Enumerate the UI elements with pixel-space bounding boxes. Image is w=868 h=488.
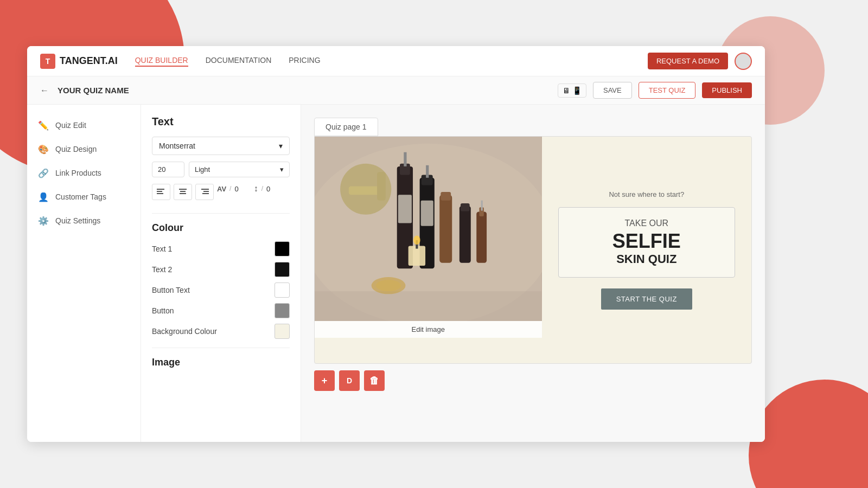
quiz-design-icon: 🎨: [38, 144, 49, 155]
logo-icon: T: [40, 54, 55, 69]
svg-rect-13: [377, 172, 386, 200]
text-section-title: Text: [152, 115, 290, 128]
save-button[interactable]: SAVE: [593, 82, 632, 99]
font-family-select[interactable]: Montserrat ▾: [152, 137, 290, 155]
colour-swatch-text2[interactable]: [275, 262, 290, 277]
publish-button[interactable]: PUBLISH: [702, 82, 752, 98]
sidebar-label-quiz-design: Quiz Design: [55, 145, 97, 153]
main-content: ✏️ Quiz Edit 🎨 Quiz Design 🔗 Link Produc…: [27, 105, 765, 442]
colour-swatch-button[interactable]: [275, 303, 290, 318]
delete-page-button[interactable]: 🗑: [364, 370, 385, 391]
sidebar-label-link-products: Link Products: [55, 169, 101, 177]
colour-label-button: Button: [152, 306, 174, 315]
nav-right: REQUEST A DEMO: [648, 53, 752, 70]
quiz-canvas: Edit image Not sure where to start? TAKE…: [314, 136, 752, 364]
nav-documentation[interactable]: DOCUMENTATION: [206, 56, 272, 67]
svg-rect-3: [179, 189, 187, 190]
line-height-slash: /: [261, 185, 263, 192]
font-size-value: 20: [158, 165, 165, 174]
font-size-input[interactable]: 20: [152, 162, 184, 177]
line-height-control[interactable]: ↕ / 0: [254, 184, 271, 194]
colour-row-bg: Background Colour: [152, 324, 290, 339]
colour-label-button-text: Button Text: [152, 286, 190, 294]
sidebar-item-quiz-settings[interactable]: ⚙️ Quiz Settings: [27, 209, 141, 233]
preview-area: Quiz page 1: [301, 105, 765, 442]
svg-rect-6: [201, 189, 209, 190]
duplicate-icon: D: [347, 376, 352, 385]
sidebar-item-customer-tags[interactable]: 👤 Customer Tags: [27, 185, 141, 209]
duplicate-page-button[interactable]: D: [339, 370, 360, 391]
top-nav: T TANGENT.AI QUIZ BUILDER DOCUMENTATION …: [27, 46, 765, 76]
colour-swatch-text1[interactable]: [275, 241, 290, 256]
mobile-icon: 📱: [572, 86, 582, 95]
main-window: T TANGENT.AI QUIZ BUILDER DOCUMENTATION …: [27, 46, 765, 442]
svg-rect-2: [157, 193, 163, 194]
quiz-toolbar: + D 🗑: [314, 370, 752, 391]
colour-row-button-text: Button Text: [152, 282, 290, 298]
font-family-value: Montserrat: [159, 142, 195, 150]
start-quiz-button[interactable]: START THE QUIZ: [601, 288, 692, 310]
quiz-page-tab[interactable]: Quiz page 1: [314, 118, 378, 136]
logo-text: TANGENT.AI: [60, 55, 118, 67]
svg-rect-31: [421, 201, 433, 226]
sidebar-item-quiz-edit[interactable]: ✏️ Quiz Edit: [27, 113, 141, 137]
svg-rect-4: [180, 191, 186, 192]
svg-rect-26: [481, 201, 483, 211]
svg-point-34: [376, 280, 401, 291]
back-button[interactable]: ←: [40, 86, 49, 95]
svg-rect-19: [426, 165, 429, 178]
customer-tags-icon: 👤: [38, 191, 49, 202]
letter-spacing-slash: /: [229, 185, 231, 192]
sidebar-item-link-products[interactable]: 🔗 Link Products: [27, 161, 141, 185]
logo: T TANGENT.AI: [40, 54, 118, 69]
align-center-button[interactable]: [174, 184, 192, 200]
font-weight-select[interactable]: Light ▾: [189, 162, 290, 177]
product-image: [315, 137, 542, 321]
sidebar-label-quiz-edit: Quiz Edit: [55, 121, 86, 130]
add-page-button[interactable]: +: [314, 370, 335, 391]
colour-row-button: Button: [152, 303, 290, 318]
nav-pricing[interactable]: PRICING: [289, 56, 320, 67]
quiz-image-side: Edit image: [315, 137, 542, 363]
letter-spacing-value: 0: [234, 185, 238, 193]
font-weight-chevron: ▾: [280, 165, 284, 174]
divider-1: [152, 213, 290, 214]
link-products-icon: 🔗: [38, 168, 49, 178]
product-bottles-svg: [315, 137, 542, 321]
svg-rect-23: [461, 203, 470, 211]
user-avatar[interactable]: [735, 53, 752, 70]
svg-rect-20: [439, 195, 452, 263]
test-quiz-button[interactable]: TEST QUIZ: [639, 82, 696, 99]
request-demo-button[interactable]: REQUEST A DEMO: [648, 53, 728, 69]
letter-spacing-icon: AV: [217, 185, 226, 193]
svg-rect-7: [203, 191, 209, 192]
delete-icon: 🗑: [369, 375, 379, 387]
colour-row-text1: Text 1: [152, 241, 290, 256]
svg-point-29: [413, 236, 420, 245]
view-toggle[interactable]: 🖥 📱: [558, 84, 586, 98]
quiz-settings-icon: ⚙️: [38, 215, 49, 226]
svg-rect-32: [315, 291, 542, 321]
back-arrow-icon: ←: [40, 86, 49, 95]
sidebar: ✏️ Quiz Edit 🎨 Quiz Design 🔗 Link Produc…: [27, 105, 141, 442]
nav-quiz-builder[interactable]: QUIZ BUILDER: [135, 56, 188, 67]
svg-rect-16: [404, 152, 406, 166]
colour-swatch-bg[interactable]: [275, 324, 290, 339]
letter-spacing-control[interactable]: AV / 0: [217, 185, 239, 193]
quiz-title-sub: SKIN QUIZ: [567, 252, 726, 266]
svg-rect-1: [157, 191, 162, 192]
quiz-edit-icon: ✏️: [38, 120, 49, 131]
colour-swatch-button-text[interactable]: [275, 282, 290, 298]
quiz-title-line1: TAKE OUR: [567, 219, 726, 228]
spacing-row: AV / 0 ↕ / 0: [217, 184, 270, 194]
add-icon: +: [322, 375, 328, 387]
font-size-weight-row: 20 Light ▾: [152, 162, 290, 177]
svg-rect-5: [180, 193, 186, 194]
edit-image-bar[interactable]: Edit image: [315, 321, 542, 338]
align-right-button[interactable]: [195, 184, 214, 200]
sidebar-item-quiz-design[interactable]: 🎨 Quiz Design: [27, 137, 141, 161]
sidebar-label-customer-tags: Customer Tags: [55, 192, 106, 201]
svg-rect-22: [459, 206, 471, 263]
align-left-button[interactable]: [152, 184, 170, 200]
quiz-name: YOUR QUIZ NAME: [58, 86, 558, 95]
